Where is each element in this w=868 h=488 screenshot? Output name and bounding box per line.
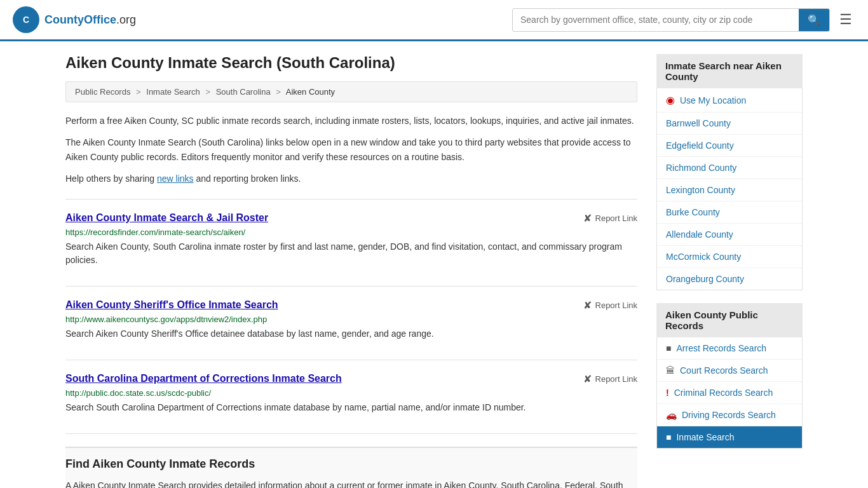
find-records-title: Find Aiken County Inmate Records <box>65 458 637 471</box>
county-link-7[interactable]: McCormick County <box>666 252 741 262</box>
result-title-2[interactable]: Aiken County Sheriff's Office Inmate Sea… <box>65 299 278 311</box>
arrest-records-link[interactable]: Arrest Records Search <box>676 343 766 353</box>
sidebar-public-records: Aiken County Public Records ■ Arrest Rec… <box>656 303 803 449</box>
section-divider-2 <box>65 286 637 287</box>
sidebar: Inmate Search near Aiken County ◉ Use My… <box>656 54 803 488</box>
result-desc-1: Search Aiken County, South Carolina inma… <box>65 240 637 267</box>
description-3b-text: and reporting broken links. <box>196 173 301 184</box>
find-records-text: A Aiken County Inmate Search provides de… <box>65 478 637 488</box>
court-records-link[interactable]: Court Records Search <box>680 365 768 376</box>
result-url-2: http://www.aikencountysc.gov/apps/dtnvie… <box>65 315 637 324</box>
result-title-1[interactable]: Aiken County Inmate Search & Jail Roster <box>65 212 268 224</box>
content-area: Aiken County Inmate Search (South Caroli… <box>65 54 637 488</box>
criminal-records-link[interactable]: Criminal Records Search <box>674 388 773 398</box>
county-link-1[interactable]: Barnwell County <box>666 118 731 128</box>
result-title-row-1: Aiken County Inmate Search & Jail Roster… <box>65 212 637 224</box>
main-container: Aiken County Inmate Search (South Caroli… <box>53 41 815 488</box>
sidebar-county-1[interactable]: Barnwell County <box>657 112 802 135</box>
report-label-3: Report Link <box>595 374 637 384</box>
sidebar-records-content: ■ Arrest Records Search 🏛 Court Records … <box>656 337 803 449</box>
description-3-text: Help others by sharing <box>65 173 154 184</box>
report-icon-3: ✘ <box>583 373 592 385</box>
logo-icon: C <box>13 6 39 33</box>
report-icon-1: ✘ <box>583 212 592 224</box>
arrest-icon: ■ <box>666 343 671 353</box>
search-bar: 🔍 <box>512 8 830 32</box>
sidebar-county-7[interactable]: McCormick County <box>657 246 802 268</box>
breadcrumb-sep-1: > <box>136 87 141 97</box>
court-icon: 🏛 <box>666 365 675 376</box>
search-input[interactable] <box>513 10 799 30</box>
search-button[interactable]: 🔍 <box>799 9 829 31</box>
header-right: 🔍 ☰ <box>512 8 855 32</box>
sidebar-rec-driving[interactable]: 🚗 Driving Records Search <box>657 404 802 426</box>
criminal-icon: ! <box>666 388 669 398</box>
result-title-3[interactable]: South Carolina Department of Corrections… <box>65 373 342 384</box>
sidebar-county-2[interactable]: Edgefield County <box>657 135 802 157</box>
sidebar-county-6[interactable]: Allendale County <box>657 224 802 246</box>
location-icon: ◉ <box>666 94 675 106</box>
breadcrumb-sep-3: > <box>276 87 281 97</box>
description-2: The Aiken County Inmate Search (South Ca… <box>65 135 637 164</box>
result-url-1: https://recordsfinder.com/inmate-search/… <box>65 227 637 237</box>
result-item-3: South Carolina Department of Corrections… <box>65 373 637 414</box>
driving-icon: 🚗 <box>666 410 677 420</box>
hamburger-menu-icon[interactable]: ☰ <box>836 8 855 31</box>
description-1: Perform a free Aiken County, SC public i… <box>65 114 637 128</box>
breadcrumb-south-carolina[interactable]: South Carolina <box>216 87 271 97</box>
county-link-8[interactable]: Orangeburg County <box>666 274 744 284</box>
sidebar-county-3[interactable]: Richmond County <box>657 157 802 179</box>
section-divider-3 <box>65 360 637 360</box>
section-divider-1 <box>65 199 637 200</box>
sidebar-rec-inmate[interactable]: ■ Inmate Search <box>657 426 802 448</box>
report-link-3[interactable]: ✘ Report Link <box>583 373 637 385</box>
page-title: Aiken County Inmate Search (South Caroli… <box>65 54 637 72</box>
sidebar-use-location[interactable]: ◉ Use My Location <box>657 88 802 112</box>
county-link-6[interactable]: Allendale County <box>666 229 733 240</box>
sidebar-rec-criminal[interactable]: ! Criminal Records Search <box>657 382 802 404</box>
result-url-3: http://public.doc.state.sc.us/scdc-publi… <box>65 388 637 398</box>
sidebar-county-4[interactable]: Lexington County <box>657 179 802 201</box>
sidebar-county-5[interactable]: Burke County <box>657 201 802 224</box>
result-item-2: Aiken County Sheriff's Office Inmate Sea… <box>65 299 637 341</box>
breadcrumb: Public Records > Inmate Search > South C… <box>65 81 637 102</box>
county-link-4[interactable]: Lexington County <box>666 185 735 195</box>
county-link-2[interactable]: Edgefield County <box>666 140 734 151</box>
inmate-search-link[interactable]: Inmate Search <box>676 432 734 442</box>
site-header: C CountyOffice.org 🔍 ☰ <box>0 0 868 41</box>
county-link-3[interactable]: Richmond County <box>666 163 736 173</box>
logo-text: CountyOffice.org <box>44 13 136 27</box>
sidebar-inmate-search: Inmate Search near Aiken County ◉ Use My… <box>656 54 803 290</box>
svg-text:C: C <box>23 15 29 25</box>
county-link-5[interactable]: Burke County <box>666 207 720 217</box>
sidebar-records-header: Aiken County Public Records <box>656 303 803 337</box>
report-label-1: Report Link <box>595 214 637 223</box>
report-link-2[interactable]: ✘ Report Link <box>583 299 637 311</box>
breadcrumb-sep-2: > <box>205 87 210 97</box>
breadcrumb-public-records[interactable]: Public Records <box>75 87 130 97</box>
result-item-1: Aiken County Inmate Search & Jail Roster… <box>65 212 637 267</box>
section-divider-4 <box>65 433 637 434</box>
driving-records-link[interactable]: Driving Records Search <box>682 410 776 420</box>
sidebar-inmate-header: Inmate Search near Aiken County <box>656 54 803 88</box>
report-link-1[interactable]: ✘ Report Link <box>583 212 637 224</box>
sidebar-inmate-content: ◉ Use My Location Barnwell County Edgefi… <box>656 88 803 290</box>
result-title-row-3: South Carolina Department of Corrections… <box>65 373 637 385</box>
report-label-2: Report Link <box>595 301 637 310</box>
sidebar-rec-court[interactable]: 🏛 Court Records Search <box>657 360 802 382</box>
breadcrumb-current: Aiken County <box>286 87 335 97</box>
result-desc-2: Search Aiken County Sheriff's Office det… <box>65 327 637 341</box>
logo-area: C CountyOffice.org <box>13 6 136 33</box>
result-desc-3: Search South Carolina Department of Corr… <box>65 401 637 414</box>
result-title-row-2: Aiken County Sheriff's Office Inmate Sea… <box>65 299 637 311</box>
breadcrumb-inmate-search[interactable]: Inmate Search <box>146 87 200 97</box>
new-links-link[interactable]: new links <box>157 173 194 184</box>
report-icon-2: ✘ <box>583 299 592 311</box>
inmate-icon: ■ <box>666 432 671 442</box>
find-records-section: Find Aiken County Inmate Records A Aiken… <box>65 447 637 488</box>
description-3: Help others by sharing new links and rep… <box>65 172 637 186</box>
sidebar-county-8[interactable]: Orangeburg County <box>657 268 802 290</box>
use-location-link[interactable]: Use My Location <box>680 95 746 105</box>
sidebar-rec-arrest[interactable]: ■ Arrest Records Search <box>657 337 802 360</box>
